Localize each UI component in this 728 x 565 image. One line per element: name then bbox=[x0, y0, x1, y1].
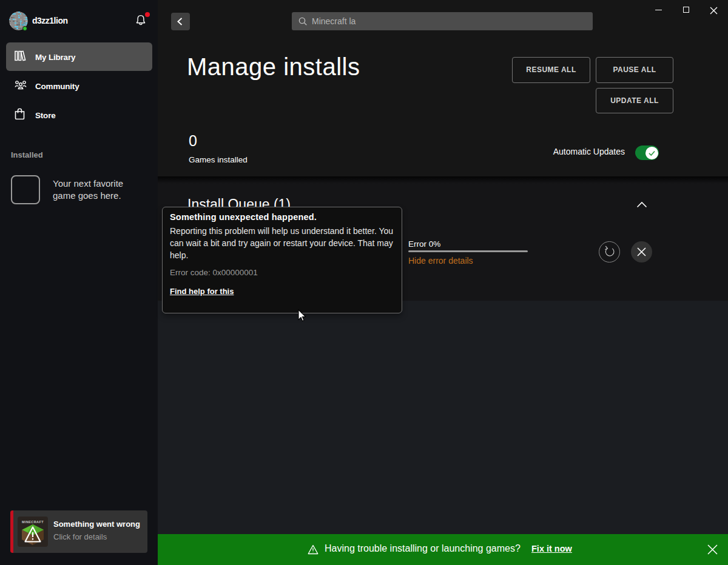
svg-text:MINECRAFT: MINECRAFT bbox=[22, 520, 44, 524]
